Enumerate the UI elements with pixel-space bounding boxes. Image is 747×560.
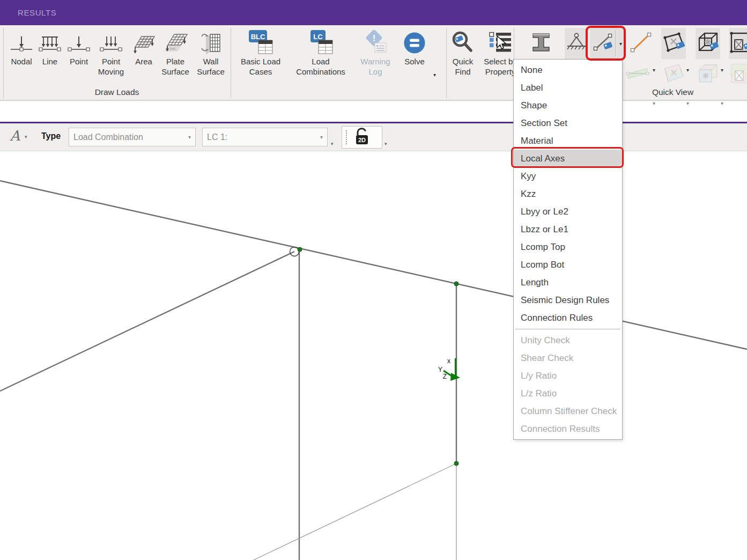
wall-panel-label-icon [729,31,747,56]
menu-item-lbzz-or-le1[interactable]: Lbzz or Le1 [514,220,622,238]
solid-labels-dropdown-arrow[interactable]: ▾ [721,67,723,73]
model-canvas[interactable]: x Y Z [0,152,747,560]
ibeam-icon [529,31,552,56]
plate-labels-dropdown-arrow[interactable]: ▾ [686,67,689,73]
wall-panel-labels-view-button[interactable] [729,28,747,59]
menu-item-unity-check: Unity Check [514,331,622,349]
solve-button[interactable]: Solve [399,29,430,67]
menu-item-kzz[interactable]: Kzz [514,185,622,203]
member-label-icon [591,32,614,55]
menu-item-lcomp-bot[interactable]: Lcomp Bot [514,256,622,274]
group-separator [231,28,231,98]
point-moving-load-button[interactable]: Point Moving [94,29,128,77]
boundary-conditions-view-button[interactable] [565,28,588,59]
font-style-icon[interactable]: A [8,128,23,146]
area-load-button[interactable]: Area [130,29,158,67]
menu-item-seismic-design-rules[interactable]: Seismic Design Rules [514,291,622,309]
menu-item-lcomp-top[interactable]: Lcomp Top [514,238,622,256]
model-member-bottom-brace[interactable] [254,463,456,560]
wall-surface-load-button[interactable]: Wall Surface [193,29,228,77]
menu-item-local-axes[interactable]: Local Axes [514,150,622,167]
active-tab-results[interactable]: RESULTS [18,0,56,25]
warning-log-button: ! Warning Log [356,29,395,77]
ribbon-item-label: Basic Load Cases [232,56,290,77]
warning-log-icon: ! [363,29,388,55]
lock-2d-group[interactable]: 2D [342,126,382,149]
font-style-dropdown-arrow[interactable]: ▾ [25,134,27,139]
toolbar-grip[interactable] [346,130,347,144]
member-labels-dropdown-arrow[interactable]: ▾ [619,41,622,47]
model-node[interactable] [298,247,302,252]
load-combinations-button[interactable]: LC Load Combinations [290,29,352,77]
quick-find-icon [451,29,475,55]
solid-contour-icon [696,62,720,87]
line-load-button[interactable]: Line [38,29,62,67]
menu-item-length[interactable]: Length [514,274,622,291]
menu-item-column-stiffener-check: Column Stiffener Check [514,402,622,420]
warning-mark: ! [373,33,376,43]
basic-load-cases-button[interactable]: BLC Basic Load Cases [232,29,290,77]
local-axis-y-label: Y [438,366,442,373]
plate-contour-dropdown-arrow: ▾ [686,100,689,106]
plate-surface-load-button[interactable]: Plate Surface [158,29,193,77]
menu-item-section-set[interactable]: Section Set [514,114,622,132]
solve-dropdown-arrow[interactable]: ▾ [433,72,436,78]
menu-item-ly-ratio: L/y Ratio [514,367,622,385]
member-rendered-dropdown-arrow[interactable]: ▾ [653,67,655,73]
wall-contour-view-button [729,61,747,88]
ribbon-item-label: Nodal [11,56,32,67]
model-node[interactable] [454,461,458,466]
load-case-overflow-arrow[interactable]: ▾ [331,141,334,146]
ribbon-item-label: Wall Surface [193,56,228,77]
solid-contour-view-button [696,61,720,88]
select-by-property-icon [489,29,512,55]
menu-item-connection-results: Connection Results [514,420,622,438]
point-moving-load-icon [99,29,123,55]
model-member-top-chord[interactable] [0,181,747,349]
menu-item-lbyy-or-le2[interactable]: Lbyy or Le2 [514,203,622,220]
lc-badge: LC [313,33,323,41]
ribbon-item-label: Area [135,56,152,67]
blc-badge: BLC [251,33,265,41]
menu-item-shear-check: Shear Check [514,349,622,367]
solid-labels-view-button[interactable] [696,28,720,59]
load-case-select[interactable]: LC 1: ▾ [202,128,328,146]
ribbon: Nodal Line Point Point Moving Area [0,25,747,101]
quick-find-button[interactable]: Quick Find [447,29,479,77]
menu-item-label[interactable]: Label [514,79,622,97]
load-type-select-arrow: ▾ [188,134,191,140]
beam-diagram-icon [625,65,650,84]
menu-item-shape[interactable]: Shape [514,97,622,114]
plate-surface-load-icon [162,29,188,55]
point-load-icon [66,29,91,55]
local-axis-z-label: Z [443,373,447,380]
ribbon-item-label: Point [70,56,88,67]
ribbon-item-label: Warning Log [356,56,395,77]
member-labels-view-button[interactable]: ▾ [590,28,623,59]
plate-contour-icon [661,63,686,86]
plate-labels-view-button[interactable] [661,28,686,59]
wall-surface-load-icon [198,29,223,55]
support-icon [565,32,588,55]
point-load-button[interactable]: Point [64,29,93,67]
ribbon-item-label: Quick Find [447,56,479,77]
line-load-icon [38,29,62,55]
basic-load-cases-icon: BLC [248,29,273,55]
menu-item-kyy[interactable]: Kyy [514,167,622,185]
menu-item-none[interactable]: None [514,61,622,79]
load-type-select[interactable]: Load Combination ▾ [69,128,196,146]
nodal-load-button[interactable]: Nodal [8,29,35,67]
draw-loads-group-label: Draw Loads [3,87,231,97]
model-node[interactable] [454,282,458,286]
member-rendered-view-button[interactable] [628,28,653,59]
button-split-separator [615,30,616,57]
section-shape-view-button[interactable] [528,28,553,59]
load-case-value: LC 1: [207,132,320,142]
lock-overflow-arrow[interactable]: ▾ [384,141,387,146]
ribbon-item-label: Line [42,56,57,67]
menu-item-connection-rules[interactable]: Connection Rules [514,309,622,327]
model-member-left-brace[interactable] [0,252,294,391]
solid-label-icon [696,31,720,56]
menu-item-material[interactable]: Material [514,132,622,150]
load-combinations-icon: LC [308,29,334,55]
